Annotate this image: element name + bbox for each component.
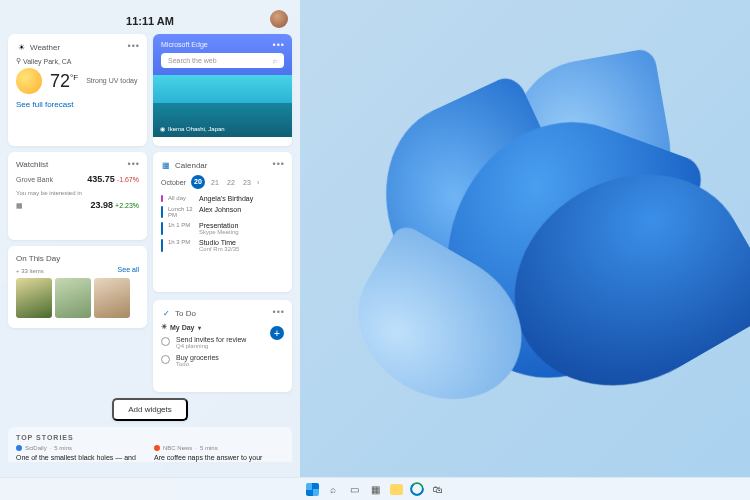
weather-description: Strong UV today — [86, 76, 137, 85]
calendar-title: Calendar — [175, 161, 207, 170]
weather-title: Weather — [30, 43, 60, 52]
calendar-day[interactable]: 23 — [241, 179, 253, 186]
sun-icon — [16, 68, 42, 94]
calendar-event[interactable]: All day Angela's Birthday — [161, 195, 284, 202]
calendar-event[interactable]: Lunch 12 PM Alex Johnson — [161, 206, 284, 218]
todo-item[interactable]: Buy groceriesTodo — [161, 354, 284, 367]
edge-caption: ◉Ikema Ohashi, Japan — [160, 125, 225, 132]
widgets-button[interactable]: ▦ — [367, 481, 383, 497]
weather-widget[interactable]: ☀ Weather ••• ⚲Valley Park, CA 72°F Stro… — [8, 34, 147, 146]
todo-title: To Do — [175, 309, 196, 318]
news-section: TOP STORIES SciDaily · 5 mins One of the… — [8, 427, 292, 462]
check-icon: ✓ — [161, 308, 171, 318]
stock-row[interactable]: ▦ 23.98 +2.23% — [16, 200, 139, 210]
photo-thumbnail[interactable] — [94, 278, 130, 318]
calendar-next-icon[interactable]: › — [257, 179, 259, 186]
edge-search-input[interactable]: Search the web ⌕ — [161, 53, 284, 68]
watchlist-title: Watchlist — [16, 160, 48, 169]
taskbar: ⌕ ▭ ▦ 🛍 — [0, 477, 750, 500]
watchlist-widget[interactable]: Watchlist ••• Grove Bank 435.75 -1.67% Y… — [8, 152, 147, 240]
search-button[interactable]: ⌕ — [325, 481, 341, 497]
photos-widget[interactable]: On This Day + 33 items See all — [8, 246, 147, 328]
stock-row[interactable]: Grove Bank 435.75 -1.67% — [16, 174, 139, 184]
panel-time: 11:11 AM — [126, 15, 174, 27]
calendar-event[interactable]: 1h 3 PM Studio TimeConf Rm 32/35 — [161, 239, 284, 252]
search-icon: ⌕ — [273, 57, 277, 64]
todo-item[interactable]: Send invites for reviewQ4 planning — [161, 336, 284, 349]
edge-title: Microsoft Edge — [161, 41, 284, 48]
calendar-day[interactable]: 22 — [225, 179, 237, 186]
edge-more-icon[interactable]: ••• — [273, 40, 285, 50]
news-item[interactable]: NBC News · 5 mins Are coffee naps the an… — [154, 445, 284, 462]
edge-photo: ◉Ikema Ohashi, Japan — [153, 75, 292, 137]
calendar-event[interactable]: 1h 1 PM PresentationSkype Meeting — [161, 222, 284, 235]
photo-thumbnail[interactable] — [16, 278, 52, 318]
todo-more-icon[interactable]: ••• — [273, 307, 285, 317]
calendar-widget[interactable]: ▦ Calendar ••• October 20 21 22 23 › All… — [153, 152, 292, 292]
task-view-button[interactable]: ▭ — [346, 481, 362, 497]
see-all-link[interactable]: See all — [118, 266, 139, 273]
calendar-icon: ▦ — [161, 160, 171, 170]
calendar-day[interactable]: 21 — [209, 179, 221, 186]
edge-widget[interactable]: Microsoft Edge ••• Search the web ⌕ ◉Ike… — [153, 34, 292, 146]
edge-button[interactable] — [409, 481, 425, 497]
weather-icon: ☀ — [16, 42, 26, 52]
calendar-month[interactable]: October — [161, 179, 186, 186]
weather-more-icon[interactable]: ••• — [128, 41, 140, 51]
store-button[interactable]: 🛍 — [430, 481, 446, 497]
add-task-button[interactable]: + — [270, 326, 284, 340]
see-forecast-link[interactable]: See full forecast — [16, 100, 139, 109]
add-widgets-button[interactable]: Add widgets — [112, 398, 188, 421]
watchlist-suggestion-label: You may be interested in — [16, 190, 139, 196]
user-avatar[interactable] — [270, 10, 288, 28]
start-button[interactable] — [304, 481, 320, 497]
weather-temperature: 72°F — [50, 71, 78, 92]
calendar-day-selected[interactable]: 20 — [191, 175, 205, 189]
todo-checkbox[interactable] — [161, 337, 170, 346]
widgets-panel: 11:11 AM ☀ Weather ••• ⚲Valley Park, CA … — [0, 0, 300, 477]
photos-title: On This Day — [16, 254, 60, 263]
todo-myday[interactable]: ☀My Day▾ — [161, 323, 284, 331]
watchlist-more-icon[interactable]: ••• — [128, 159, 140, 169]
news-label: TOP STORIES — [16, 434, 284, 441]
todo-checkbox[interactable] — [161, 355, 170, 364]
weather-location: ⚲Valley Park, CA — [16, 57, 139, 65]
calendar-more-icon[interactable]: ••• — [273, 159, 285, 169]
news-item[interactable]: SciDaily · 5 mins One of the smallest bl… — [16, 445, 146, 462]
todo-widget[interactable]: ✓ To Do ••• ☀My Day▾ + Send invites for … — [153, 300, 292, 392]
file-explorer-button[interactable] — [388, 481, 404, 497]
photo-thumbnail[interactable] — [55, 278, 91, 318]
